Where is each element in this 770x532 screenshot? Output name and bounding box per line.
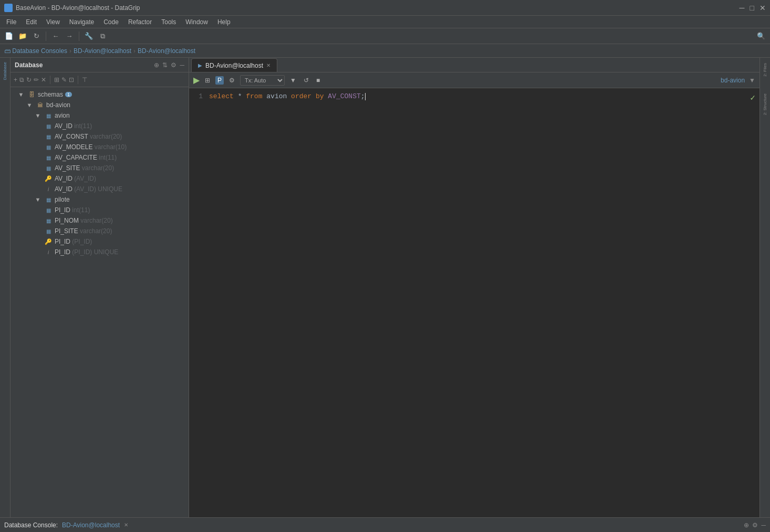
minimize-panel-button[interactable]: ─ [180,61,184,69]
tree-item-av-id-key[interactable]: 🔑 AV_ID (AV_ID) [11,173,189,184]
maximize-button[interactable]: □ [750,4,754,12]
edit-button[interactable]: ✏ [34,76,39,84]
tree-item-av-site[interactable]: ▦ AV_SITE varchar(20) [11,163,189,173]
col-icon-av-id: ▦ [44,122,53,130]
console-minimize-icon[interactable]: ─ [761,521,766,529]
close-button[interactable]: ✕ [759,4,766,12]
edit-schema-button[interactable]: ⊞ [54,76,59,84]
tree-item-pi-id-unique[interactable]: i PI_ID (PI_ID) UNIQUE [11,247,189,257]
open-button[interactable]: 📁 [17,30,28,42]
db-select-label[interactable]: bd-avion [721,77,745,84]
folder-expand-icon: ▼ [17,90,25,99]
menu-item-view[interactable]: View [42,17,64,27]
tree-item-pi-id-key[interactable]: 🔑 PI_ID (PI_ID) [11,236,189,247]
key-icon-pi-id: 🔑 [44,237,53,246]
menu-item-window[interactable]: Window [181,17,212,27]
col-av-const: AV_CONST [328,92,360,100]
editor-tab-bd-avion[interactable]: ▶ BD-Avion@localhost ✕ [191,58,277,72]
collapse-button[interactable]: ⇅ [162,61,168,69]
search-button[interactable]: 🔍 [755,30,767,42]
files-panel-icon[interactable]: 2: Files [763,60,767,80]
console-settings-icon[interactable]: ⚙ [752,521,758,529]
breadcrumb-item-bd-avion[interactable]: BD-Avion@localhost [74,47,131,55]
database-panel-header: Database ⊕ ⇅ ⚙ ─ [11,58,189,72]
tree-item-av-const[interactable]: ▦ AV_CONST varchar(20) [11,131,189,142]
main-layout: Database Database ⊕ ⇅ ⚙ ─ + ⧉ ↻ ✏ ✕ ⊞ ✎ … [0,58,770,517]
add-item-button[interactable]: + [14,76,17,84]
menu-item-navigate[interactable]: Navigate [65,17,98,27]
db-icon: 🏛 [36,101,44,109]
tree-item-av-id-unique[interactable]: i AV_ID (AV_ID) UNIQUE [11,184,189,194]
folder-expand-icon-2: ▼ [25,101,34,109]
transaction-select[interactable]: Tx: Auto Tx: Manual [240,75,285,86]
tree-item-pi-nom[interactable]: ▦ PI_NOM varchar(20) [11,215,189,226]
tree-item-pilote[interactable]: ▼ ▦ pilote [11,194,189,205]
save-button[interactable]: ↻ [30,30,42,42]
tree-item-bd-avion[interactable]: ▼ 🏛 bd-avion [11,100,189,110]
filter-button[interactable]: ⊤ [82,76,87,84]
panel-header-actions[interactable]: ⊕ ⇅ ⚙ ─ [154,61,184,69]
new-file-button[interactable]: 📄 [3,30,15,42]
breadcrumb-item-current[interactable]: BD-Avion@localhost [138,47,195,55]
tree-item-av-capacite[interactable]: ▦ AV_CAPACITE int(11) [11,152,189,163]
semicolon: ; [361,92,365,100]
copy-item-button[interactable]: ⧉ [19,76,24,84]
editor-tab-close[interactable]: ✕ [266,62,270,68]
tx-rollback-button[interactable]: ↺ [301,76,311,85]
tx-stop-button[interactable]: ■ [314,76,322,85]
pi-id-key-label: PI_ID (PI_ID) [55,238,92,245]
editor-settings-button[interactable]: ⚙ [227,76,237,85]
database-panel-icon[interactable]: Database [2,60,8,82]
editor-toolbar: ▶ ⊞ P ⚙ Tx: Auto Tx: Manual ▼ ↺ ■ bd-avi… [189,72,759,88]
minimize-button[interactable]: ─ [740,4,745,12]
run-query-button[interactable]: ▶ [193,75,200,85]
tx-commit-button[interactable]: ▼ [288,76,298,85]
refresh-button[interactable]: ↻ [26,76,32,84]
structure-panel-icon[interactable]: 2: Structure [763,90,767,118]
menu-item-help[interactable]: Help [213,17,235,27]
tree-item-av-id[interactable]: ▦ AV_ID int(11) [11,121,189,131]
breadcrumb-item-db-consoles[interactable]: 🗃 Database Consoles [4,47,67,55]
database-tree: ▼ 🗄 schemas 1 ▼ 🏛 bd-avion ▼ ▦ avion [11,87,189,517]
editor-param-button[interactable]: P [215,76,224,85]
console-add-icon[interactable]: ⊕ [744,521,749,529]
pi-id-unique-label: PI_ID (PI_ID) UNIQUE [55,248,118,256]
menu-item-refactor[interactable]: Refactor [124,17,156,27]
line-number-1: 1 [193,92,203,100]
pi-site-label: PI_SITE varchar(20) [55,227,112,235]
code-content[interactable]: select * from avion order by AV_CONST ; [209,92,755,513]
db-select-arrow[interactable]: ▼ [749,77,755,84]
wrench-button[interactable]: 🔧 [83,30,95,42]
tree-item-pi-id[interactable]: ▦ PI_ID int(11) [11,205,189,215]
database-panel: Database ⊕ ⇅ ⚙ ─ + ⧉ ↻ ✏ ✕ ⊞ ✎ ⊡ ⊤ [11,58,189,517]
console-tab-close[interactable]: ✕ [124,522,128,528]
editor-pin-button[interactable]: ⊞ [203,76,212,85]
console-tab-label[interactable]: BD-Avion@localhost [62,521,120,529]
col-icon-pi-id: ▦ [44,206,53,214]
edit-table-button[interactable]: ✎ [61,76,67,84]
tree-item-schemas[interactable]: ▼ 🗄 schemas 1 [11,89,189,100]
settings-button[interactable]: ⚙ [171,61,176,69]
view-button[interactable]: ⊡ [69,76,74,84]
delete-button[interactable]: ✕ [41,76,46,84]
menu-item-file[interactable]: File [2,17,20,27]
forward-button[interactable]: → [64,30,75,42]
pilote-expand-icon: ▼ [34,195,42,204]
console-header-icons[interactable]: ⊕ ⚙ ─ [744,521,766,529]
window-controls[interactable]: ─ □ ✕ [740,4,766,12]
tree-item-avion[interactable]: ▼ ▦ avion [11,110,189,121]
back-button[interactable]: ← [50,30,61,42]
av-modele-label: AV_MODELE varchar(10) [55,143,127,151]
menu-item-tools[interactable]: Tools [157,17,180,27]
table-icon-pilote: ▦ [44,195,53,204]
copy-button[interactable]: ⧉ [97,30,108,42]
menu-item-edit[interactable]: Edit [22,17,41,27]
tab-db-icon: ▶ [198,62,202,68]
table-expand-icon: ▼ [34,111,42,120]
toolbar-separator-2 [79,32,79,41]
schemas-icon: 🗄 [27,90,36,99]
tree-item-pi-site[interactable]: ▦ PI_SITE varchar(20) [11,226,189,236]
add-datasource-button[interactable]: ⊕ [154,61,159,69]
menu-item-code[interactable]: Code [99,17,123,27]
tree-item-av-modele[interactable]: ▦ AV_MODELE varchar(10) [11,142,189,152]
